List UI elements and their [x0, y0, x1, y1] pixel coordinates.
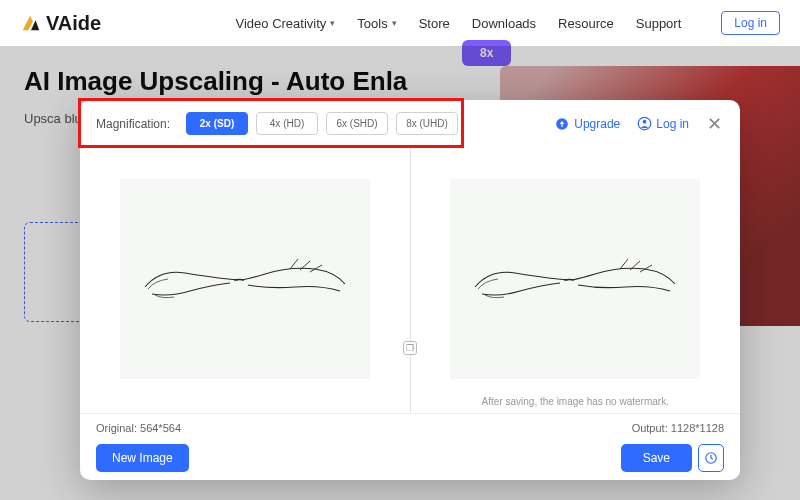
brand-name: VAide	[46, 12, 101, 35]
svg-point-2	[642, 120, 646, 124]
magnification-options: 2x (SD) 4x (HD) 6x (SHD) 8x (UHD)	[186, 112, 458, 135]
compare-copy-icon[interactable]: ❐	[403, 341, 417, 355]
chevron-down-icon: ▾	[392, 18, 397, 28]
hero-badge: 8x	[462, 40, 511, 66]
output-pane: After saving, the image has no watermark…	[411, 145, 741, 413]
nav-links: Video Creativity▾ Tools▾ Store Downloads…	[236, 11, 780, 35]
user-circle-icon	[636, 116, 652, 132]
hands-illustration-icon	[140, 239, 350, 319]
upscale-modal: Magnification: 2x (SD) 4x (HD) 6x (SHD) …	[80, 100, 740, 480]
upgrade-icon	[554, 116, 570, 132]
brand-logo[interactable]: VAide	[20, 12, 101, 35]
magnification-option-6x[interactable]: 6x (SHD)	[326, 112, 388, 135]
output-dimensions: Output: 1128*1128	[632, 422, 724, 434]
original-image	[120, 179, 370, 379]
output-image	[450, 179, 700, 379]
nav-item-resource[interactable]: Resource	[558, 16, 614, 31]
modal-footer: Original: 564*564 Output: 1128*1128 New …	[80, 413, 740, 480]
magnification-option-8x[interactable]: 8x (UHD)	[396, 112, 458, 135]
new-image-button[interactable]: New Image	[96, 444, 189, 472]
modal-login-link[interactable]: Log in	[636, 116, 689, 132]
upgrade-link[interactable]: Upgrade	[554, 116, 620, 132]
hands-illustration-icon	[470, 239, 680, 319]
nav-item-downloads[interactable]: Downloads	[472, 16, 536, 31]
magnification-label: Magnification:	[96, 117, 170, 131]
nav-item-tools[interactable]: Tools▾	[357, 16, 396, 31]
original-dimensions: Original: 564*564	[96, 422, 181, 434]
save-button[interactable]: Save	[621, 444, 692, 472]
modal-toolbar: Magnification: 2x (SD) 4x (HD) 6x (SHD) …	[80, 100, 740, 145]
original-pane	[80, 145, 410, 413]
nav-item-support[interactable]: Support	[636, 16, 682, 31]
button-row: New Image Save	[96, 444, 724, 472]
save-history-button[interactable]	[698, 444, 724, 472]
top-nav: VAide Video Creativity▾ Tools▾ Store Dow…	[0, 0, 800, 46]
brand-mark-icon	[20, 12, 42, 34]
page-title: AI Image Upscaling - Auto Enla	[24, 66, 464, 97]
chevron-down-icon: ▾	[330, 18, 335, 28]
watermark-note: After saving, the image has no watermark…	[411, 396, 741, 407]
magnification-option-2x[interactable]: 2x (SD)	[186, 112, 248, 135]
login-button[interactable]: Log in	[721, 11, 780, 35]
nav-item-video-creativity[interactable]: Video Creativity▾	[236, 16, 336, 31]
modal-body: After saving, the image has no watermark…	[80, 145, 740, 413]
close-icon[interactable]: ✕	[705, 113, 724, 135]
dimensions-row: Original: 564*564 Output: 1128*1128	[96, 422, 724, 434]
clock-icon	[704, 451, 718, 465]
nav-item-store[interactable]: Store	[419, 16, 450, 31]
magnification-option-4x[interactable]: 4x (HD)	[256, 112, 318, 135]
